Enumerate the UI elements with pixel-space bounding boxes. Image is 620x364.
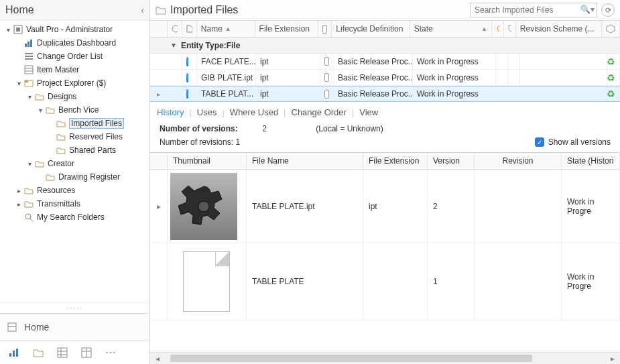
svg-rect-16 (8, 326, 16, 327)
search-options-icon[interactable]: 🔍▾ (580, 5, 595, 14)
dcol-ver[interactable]: Version (428, 153, 475, 169)
dcol-thumb[interactable]: Thumbnail (168, 153, 247, 169)
tree-item[interactable]: Item Master (0, 63, 149, 76)
tree-my-search[interactable]: My Search Folders (0, 210, 149, 224)
svg-rect-17 (9, 353, 11, 357)
folder-icon (23, 185, 34, 196)
col-lifecycle[interactable]: Lifecycle Definition (332, 21, 410, 37)
home-icon (7, 322, 17, 332)
folder-icon (56, 131, 66, 142)
detail-tabs: History| Uses| Where Used| Change Order|… (150, 102, 620, 121)
svg-rect-8 (25, 66, 33, 74)
col-status-icon[interactable] (168, 21, 182, 37)
tree-item[interactable]: Change Order List (0, 50, 149, 63)
svg-point-13 (25, 214, 31, 219)
col-tag2-icon[interactable] (504, 21, 516, 37)
tree-designs[interactable]: ▾Designs (0, 90, 149, 103)
file-row[interactable]: GIB PLATE.ipt ipt Basic Release Proc... … (150, 70, 620, 86)
refresh-button[interactable]: ⟳ (601, 3, 615, 17)
svg-rect-2 (25, 44, 27, 47)
folder-icon (34, 158, 45, 169)
tb-more-icon[interactable]: ⋯ (105, 347, 117, 359)
horizontal-scrollbar[interactable]: ◂ ▸ (150, 352, 620, 364)
file-icon (186, 73, 188, 82)
tree-shared-parts[interactable]: Shared Parts (0, 143, 149, 157)
tree-project-explorer[interactable]: ▾Project Explorer ($) (0, 76, 149, 90)
tb-grid-icon[interactable] (56, 347, 68, 359)
file-row[interactable]: FACE PLATE... ipt Basic Release Proc... … (150, 54, 620, 70)
search-input[interactable] (470, 3, 597, 17)
splitter[interactable]: ····· (0, 302, 149, 313)
row-checkbox[interactable] (324, 90, 329, 99)
meta-revisions: Number of revisions: 1 ✓Show all version… (150, 136, 620, 152)
row-checkbox[interactable] (324, 57, 329, 66)
tree-item[interactable]: Duplicates Dashboard (0, 36, 149, 50)
tree-transmittals[interactable]: ▸Transmittals (0, 197, 149, 210)
tree-root[interactable]: ▾ Vault Pro - Administrator (0, 23, 149, 36)
left-panel: Home ‹ ▾ Vault Pro - Administrator Dupli… (0, 0, 150, 364)
detail-grid-body: ▸ TABLE PLATE.ipt ipt 2 Work in Progre T… (150, 170, 620, 352)
dcol-state[interactable]: State (Histori (562, 153, 620, 169)
file-row[interactable]: ▸ TABLE PLAT... ipt Basic Release Proc..… (150, 86, 620, 102)
folder-icon (34, 91, 45, 102)
tree-bench-vice[interactable]: ▾Bench Vice (0, 103, 149, 117)
scrollbar-thumb[interactable] (170, 355, 532, 362)
tab-uses[interactable]: Uses (197, 107, 217, 117)
row-checkbox[interactable] (324, 73, 329, 82)
svg-rect-20 (58, 348, 67, 357)
tb-table-icon[interactable] (80, 347, 92, 359)
bottom-toolbar: ⋯ (0, 340, 149, 364)
tab-change-order[interactable]: Change Order (292, 107, 347, 117)
dcol-fname[interactable]: File Name (247, 153, 363, 169)
dcol-rev[interactable]: Revision (475, 153, 562, 169)
col-rev[interactable]: Revision Scheme (... (516, 21, 602, 37)
svg-rect-4 (30, 40, 32, 47)
file-icon (186, 89, 188, 99)
svg-rect-18 (13, 351, 15, 357)
col-lifecycle-check[interactable] (318, 21, 332, 37)
home-button[interactable]: Home (0, 313, 149, 340)
col-ext[interactable]: File Extension (255, 21, 319, 37)
tab-view[interactable]: View (359, 107, 378, 117)
tree-reserved-files[interactable]: Reserved Files (0, 130, 149, 143)
project-icon (23, 78, 34, 88)
left-header: Home ‹ (0, 0, 149, 20)
svg-point-29 (198, 201, 209, 212)
tree-resources[interactable]: ▸Resources (0, 184, 149, 197)
nav-tree: ▾ Vault Pro - Administrator Duplicates D… (0, 20, 149, 302)
tab-history[interactable]: History (157, 107, 184, 117)
svg-point-28 (497, 26, 499, 32)
tree-imported-files[interactable]: Imported Files (0, 117, 149, 130)
group-header[interactable]: ▼Entity Type:File (150, 38, 620, 54)
recycle-icon: ♻ (607, 88, 615, 99)
svg-rect-1 (16, 27, 20, 32)
detail-row[interactable]: TABLE PLATE 1 Work in Progre (150, 243, 620, 320)
svg-rect-5 (25, 53, 33, 54)
col-tag-icon[interactable] (492, 21, 504, 37)
tb-chart-icon[interactable] (8, 347, 20, 359)
dcol-fext[interactable]: File Extension (363, 153, 428, 169)
show-all-versions[interactable]: ✓Show all versions (535, 137, 611, 147)
tab-where-used[interactable]: Where Used (230, 107, 278, 117)
col-name[interactable]: Name▲ (197, 21, 255, 37)
tree-drawing-register[interactable]: Drawing Register (0, 170, 149, 184)
file-grid-header: Name▲ File Extension Lifecycle Definitio… (150, 20, 620, 38)
search-folder-icon (23, 212, 34, 223)
svg-rect-7 (25, 58, 33, 60)
col-state[interactable]: State▲ (410, 21, 492, 37)
svg-point-27 (172, 25, 178, 32)
folder-icon (45, 105, 56, 115)
svg-rect-19 (16, 349, 18, 357)
detail-grid-header: Thumbnail File Name File Extension Versi… (150, 152, 620, 170)
col-file-icon[interactable] (182, 21, 197, 37)
right-header: Imported Files 🔍▾ ⟳ (150, 0, 620, 20)
svg-rect-6 (25, 56, 33, 57)
tb-folder-icon[interactable] (32, 347, 44, 359)
col-cube-icon[interactable] (602, 21, 620, 37)
collapse-left-icon[interactable]: ‹ (141, 5, 144, 15)
tree-creator[interactable]: ▾Creator (0, 157, 149, 170)
content-title: Imported Files (156, 4, 238, 16)
detail-row[interactable]: ▸ TABLE PLATE.ipt ipt 2 Work in Progre (150, 170, 620, 243)
chart-icon (23, 38, 34, 48)
thumbnail-3d (170, 173, 237, 240)
